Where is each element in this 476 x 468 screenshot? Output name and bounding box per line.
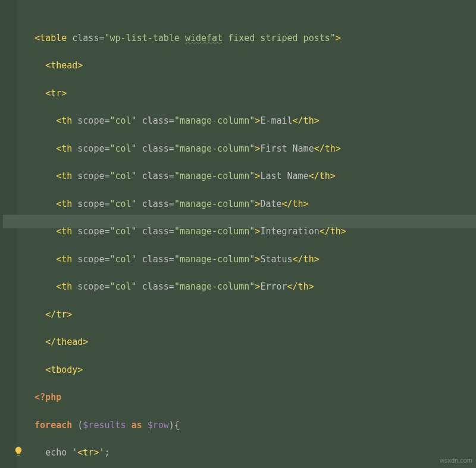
code-editor[interactable]: <table class="wp-list-table widefat fixe… <box>0 0 476 468</box>
php-open-tag: <?php <box>35 392 61 403</box>
col-error: Error <box>260 281 287 292</box>
kw-foreach: foreach <box>35 420 72 431</box>
col-lastname: Last Name <box>260 171 308 181</box>
col-integration: Integration <box>260 226 319 237</box>
col-date: Date <box>260 199 281 209</box>
col-status: Status <box>260 254 292 265</box>
kw-as: as <box>131 420 142 431</box>
watermark: wsxdn.com <box>440 456 472 466</box>
code-content: <table class="wp-list-table widefat fixe… <box>24 17 476 468</box>
col-email: E-mail <box>260 115 292 126</box>
col-firstname: First Name <box>260 143 314 154</box>
lightbulb-icon[interactable] <box>13 446 24 461</box>
